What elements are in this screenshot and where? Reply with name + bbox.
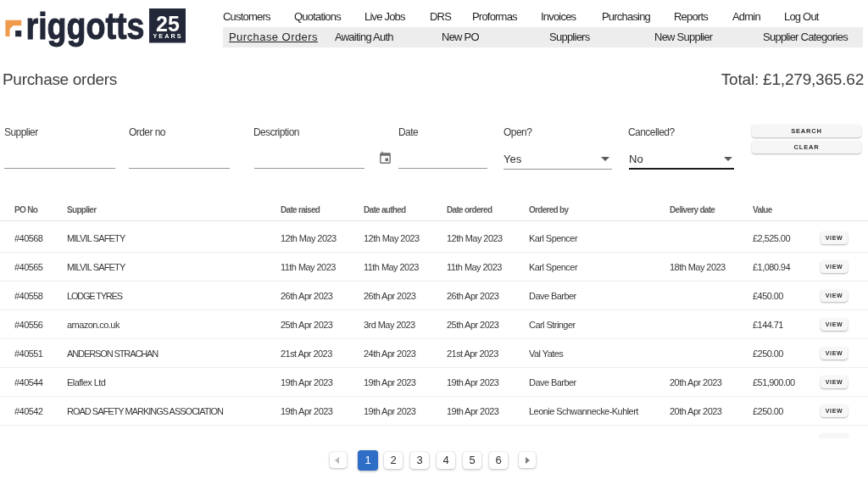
svg-text:riggotts: riggotts (26, 7, 145, 47)
svg-text:YEARS: YEARS (153, 33, 183, 39)
